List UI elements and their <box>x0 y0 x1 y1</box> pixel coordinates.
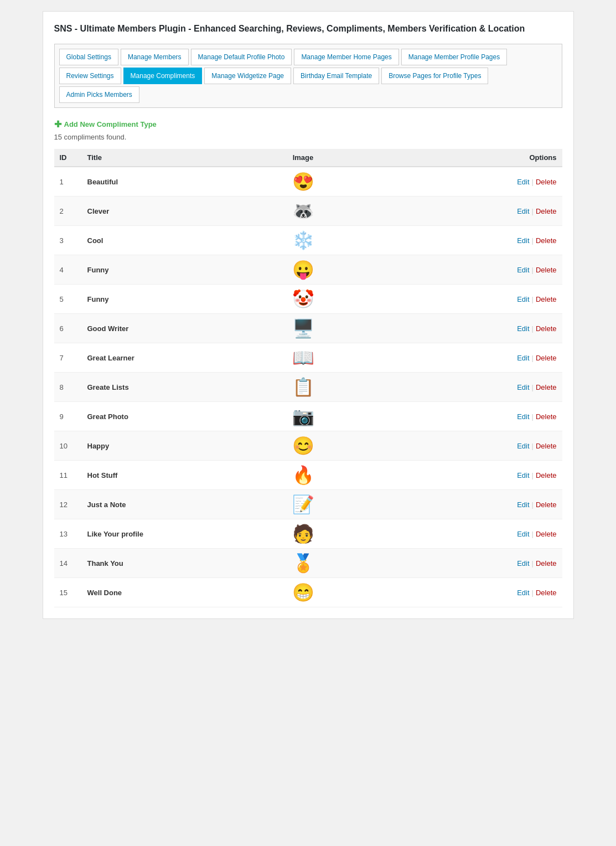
cell-options: Edit|Delete <box>359 490 562 519</box>
delete-link[interactable]: Delete <box>536 295 557 303</box>
cell-title: Cool <box>82 226 248 255</box>
cell-id: 8 <box>54 373 82 402</box>
table-row: 12Just a Note📝Edit|Delete <box>54 490 562 519</box>
cell-image: 🤡 <box>248 285 359 314</box>
cell-id: 11 <box>54 461 82 490</box>
table-row: 2Clever🦝Edit|Delete <box>54 197 562 226</box>
table-row: 6Good Writer🖥️Edit|Delete <box>54 314 562 343</box>
compliment-emoji: 😁 <box>292 582 314 602</box>
tab-browse-pages-for-profile-types[interactable]: Browse Pages for Profile Types <box>381 68 488 84</box>
edit-link[interactable]: Edit <box>517 530 529 538</box>
compliment-emoji: 🔥 <box>292 465 314 485</box>
edit-link[interactable]: Edit <box>517 354 529 362</box>
tab-global-settings[interactable]: Global Settings <box>59 49 118 65</box>
cell-title: Thank You <box>82 549 248 578</box>
delete-link[interactable]: Delete <box>536 266 557 274</box>
cell-title: Beautiful <box>82 167 248 197</box>
delete-link[interactable]: Delete <box>536 559 557 568</box>
cell-options: Edit|Delete <box>359 343 562 373</box>
edit-link[interactable]: Edit <box>517 295 529 303</box>
edit-link[interactable]: Edit <box>517 589 529 597</box>
compliment-emoji: 😛 <box>292 260 314 280</box>
cell-id: 13 <box>54 519 82 549</box>
cell-title: Like Your profile <box>82 519 248 549</box>
cell-image: 🏅 <box>248 549 359 578</box>
compliment-emoji: ❄️ <box>292 230 314 250</box>
edit-link[interactable]: Edit <box>517 324 529 333</box>
delete-link[interactable]: Delete <box>536 354 557 362</box>
delete-link[interactable]: Delete <box>536 207 557 215</box>
tab-birthday-email-template[interactable]: Birthday Email Template <box>293 68 379 84</box>
edit-link[interactable]: Edit <box>517 471 529 479</box>
compliment-emoji: 🧑 <box>292 524 314 544</box>
delete-link[interactable]: Delete <box>536 501 557 509</box>
edit-link[interactable]: Edit <box>517 501 529 509</box>
options-separator: | <box>532 207 534 215</box>
table-row: 9Great Photo📷Edit|Delete <box>54 402 562 431</box>
tab-manage-member-profile-pages[interactable]: Manage Member Profile Pages <box>401 49 507 65</box>
options-separator: | <box>532 324 534 333</box>
cell-options: Edit|Delete <box>359 167 562 197</box>
delete-link[interactable]: Delete <box>536 324 557 333</box>
edit-link[interactable]: Edit <box>517 207 529 215</box>
delete-link[interactable]: Delete <box>536 178 557 186</box>
edit-link[interactable]: Edit <box>517 559 529 568</box>
compliment-emoji: 🤡 <box>292 289 314 309</box>
delete-link[interactable]: Delete <box>536 412 557 421</box>
tab-manage-default-profile-photo[interactable]: Manage Default Profile Photo <box>191 49 292 65</box>
table-row: 8Greate Lists📋Edit|Delete <box>54 373 562 402</box>
tab-review-settings[interactable]: Review Settings <box>59 68 121 84</box>
cell-title: Well Done <box>82 578 248 607</box>
delete-link[interactable]: Delete <box>536 236 557 245</box>
options-separator: | <box>532 530 534 538</box>
options-separator: | <box>532 559 534 568</box>
options-separator: | <box>532 266 534 274</box>
tab-manage-member-home-pages[interactable]: Manage Member Home Pages <box>294 49 398 65</box>
cell-id: 10 <box>54 431 82 461</box>
cell-id: 14 <box>54 549 82 578</box>
cell-id: 12 <box>54 490 82 519</box>
cell-image: 🧑 <box>248 519 359 549</box>
delete-link[interactable]: Delete <box>536 530 557 538</box>
table-row: 3Cool❄️Edit|Delete <box>54 226 562 255</box>
cell-image: 😊 <box>248 431 359 461</box>
compliment-emoji: 🦝 <box>292 201 314 221</box>
cell-id: 9 <box>54 402 82 431</box>
page-title: SNS - Ultimate Members Plugin - Enhanced… <box>54 23 562 35</box>
cell-options: Edit|Delete <box>359 519 562 549</box>
tab-admin-picks-members[interactable]: Admin Picks Members <box>59 86 139 103</box>
cell-title: Funny <box>82 255 248 285</box>
delete-link[interactable]: Delete <box>536 471 557 479</box>
cell-id: 5 <box>54 285 82 314</box>
edit-link[interactable]: Edit <box>517 178 529 186</box>
tab-manage-compliments[interactable]: Manage Compliments <box>123 68 203 84</box>
edit-link[interactable]: Edit <box>517 442 529 450</box>
cell-options: Edit|Delete <box>359 461 562 490</box>
col-header-title: Title <box>82 149 248 167</box>
add-new-compliment-link[interactable]: ✚ Add New Compliment Type <box>54 119 562 130</box>
add-icon: ✚ <box>54 119 61 130</box>
table-row: 7Great Learner📖Edit|Delete <box>54 343 562 373</box>
table-row: 4Funny😛Edit|Delete <box>54 255 562 285</box>
compliments-table: ID Title Image Options 1Beautiful😍Edit|D… <box>54 149 562 607</box>
col-header-image: Image <box>248 149 359 167</box>
cell-id: 1 <box>54 167 82 197</box>
delete-link[interactable]: Delete <box>536 383 557 391</box>
delete-link[interactable]: Delete <box>536 442 557 450</box>
cell-id: 6 <box>54 314 82 343</box>
compliment-emoji: 😊 <box>292 436 314 456</box>
edit-link[interactable]: Edit <box>517 266 529 274</box>
compliment-emoji: 📝 <box>292 494 314 514</box>
cell-options: Edit|Delete <box>359 373 562 402</box>
edit-link[interactable]: Edit <box>517 412 529 421</box>
delete-link[interactable]: Delete <box>536 589 557 597</box>
table-header-row: ID Title Image Options <box>54 149 562 167</box>
edit-link[interactable]: Edit <box>517 383 529 391</box>
tab-manage-members[interactable]: Manage Members <box>121 49 189 65</box>
cell-id: 4 <box>54 255 82 285</box>
cell-options: Edit|Delete <box>359 314 562 343</box>
edit-link[interactable]: Edit <box>517 236 529 245</box>
options-separator: | <box>532 295 534 303</box>
options-separator: | <box>532 354 534 362</box>
tab-manage-widgetize-page[interactable]: Manage Widgetize Page <box>204 68 291 84</box>
